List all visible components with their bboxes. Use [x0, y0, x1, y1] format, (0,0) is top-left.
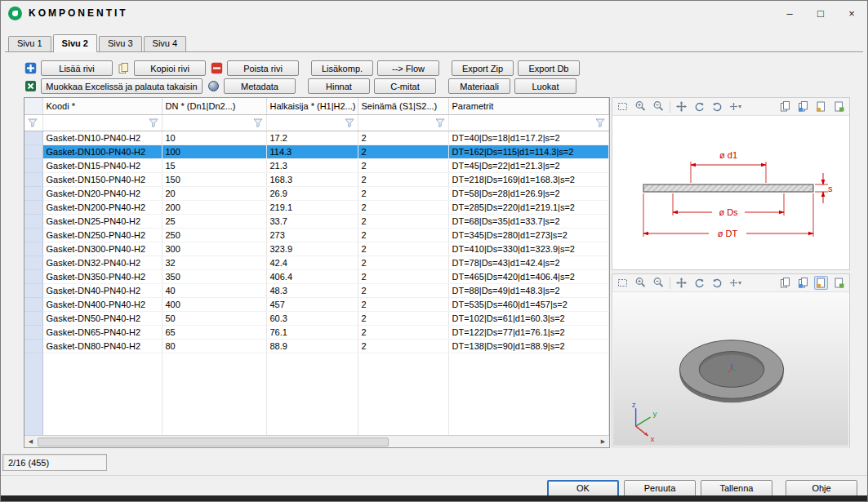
filter-cell-koodi[interactable]: [42, 114, 162, 131]
table-row[interactable]: Gasket-DN25-PN40-H22533.72DT=68|Ds=35|d1…: [24, 214, 608, 228]
grid-cell[interactable]: Gasket-DN150-PN40-H2: [42, 172, 162, 186]
grid-cell[interactable]: 76.1: [266, 325, 358, 339]
grid-cell[interactable]: Gasket-DN20-PN40-H2: [42, 186, 162, 200]
material-button[interactable]: Materiaali: [448, 78, 510, 94]
grid-cell[interactable]: 32: [162, 255, 266, 269]
grid-cell[interactable]: Gasket-DN400-PN40-H2: [42, 297, 162, 311]
filter-icon[interactable]: [435, 118, 445, 129]
column-header-koodi[interactable]: Koodi *: [42, 98, 162, 114]
maximize-button[interactable]: □: [805, 1, 836, 25]
table-row[interactable]: Gasket-DN350-PN40-H2350406.42DT=465|Ds=4…: [24, 269, 608, 283]
grid-cell[interactable]: Gasket-DN65-PN40-H2: [42, 325, 162, 339]
filter-cell-parametrit[interactable]: [448, 114, 608, 131]
grid-cell[interactable]: 400: [162, 297, 266, 311]
grid-cell[interactable]: 2: [358, 158, 448, 172]
copy-all-icon[interactable]: [796, 276, 810, 290]
filter-icon[interactable]: [149, 118, 158, 129]
column-header-dn[interactable]: DN * (Dn1|Dn2...): [162, 98, 266, 114]
grid-cell[interactable]: 250: [162, 228, 266, 242]
row-selector[interactable]: [24, 131, 42, 144]
select-icon[interactable]: [616, 100, 630, 113]
row-selector[interactable]: [24, 228, 42, 242]
extra-component-button[interactable]: Lisäkomp.: [311, 60, 373, 76]
grid-cell[interactable]: 60.3: [266, 311, 358, 325]
table-row[interactable]: Gasket-DN50-PN40-H25060.32DT=102|Ds=61|d…: [24, 311, 608, 325]
grid-cell[interactable]: 2: [358, 242, 448, 255]
grid-cell[interactable]: DT=285|Ds=220|d1=219.1|s=2: [448, 200, 608, 214]
grid-cell[interactable]: 2: [358, 214, 448, 228]
grid-cell[interactable]: Gasket-DN10-PN40-H2: [42, 131, 162, 144]
categories-button[interactable]: Luokat: [514, 78, 576, 94]
grid-cell[interactable]: 2: [358, 269, 448, 283]
minimize-button[interactable]: –: [774, 1, 805, 25]
grid-cell[interactable]: DT=410|Ds=330|d1=323.9|s=2: [448, 242, 608, 255]
move-dropdown-icon[interactable]: ▾: [728, 100, 742, 113]
metadata-button[interactable]: Metadata: [224, 78, 296, 94]
row-selector[interactable]: [24, 200, 42, 214]
export-db-button[interactable]: Export Db: [518, 60, 580, 76]
grid-cell[interactable]: 48.3: [266, 283, 358, 297]
row-selector[interactable]: [24, 255, 42, 269]
grid-cell[interactable]: Gasket-DN32-PN40-H2: [42, 255, 162, 269]
column-header-parametrit[interactable]: Parametrit: [448, 98, 608, 114]
copy-icon[interactable]: [117, 62, 130, 75]
grid-cell[interactable]: Gasket-DN250-PN40-H2: [42, 228, 162, 242]
pan-icon[interactable]: [674, 100, 688, 113]
scroll-left-icon[interactable]: ◀: [24, 438, 37, 445]
grid-cell[interactable]: DT=218|Ds=169|d1=168.3|s=2: [448, 172, 608, 186]
table-row[interactable]: Gasket-DN10-PN40-H21017.22DT=40|Ds=18|d1…: [24, 131, 608, 144]
select-icon[interactable]: [616, 276, 630, 290]
row-selector[interactable]: [24, 269, 42, 283]
filter-cell-dn[interactable]: [162, 114, 266, 131]
copy-view-icon[interactable]: [778, 276, 792, 290]
grid-cell[interactable]: 2: [358, 339, 448, 353]
grid-cell[interactable]: 406.4: [266, 269, 358, 283]
close-button[interactable]: ×: [836, 1, 867, 25]
excel-icon[interactable]: [24, 80, 37, 93]
grid-cell[interactable]: DT=122|Ds=77|d1=76.1|s=2: [448, 325, 608, 339]
grid-cell[interactable]: DT=45|Ds=22|d1=21.3|s=2: [448, 158, 608, 172]
filter-icon[interactable]: [28, 118, 38, 129]
grid-cell[interactable]: 219.1: [266, 200, 358, 214]
grid-cell[interactable]: Gasket-DN50-PN40-H2: [42, 311, 162, 325]
grid-cell[interactable]: Gasket-DN100-PN40-H2: [42, 144, 162, 158]
grid-cell[interactable]: 42.4: [266, 255, 358, 269]
table-row[interactable]: Gasket-DN100-PN40-H2100114.32DT=162|Ds=1…: [24, 144, 608, 158]
column-header-halkaisija[interactable]: Halkaisija * (H1|H2...): [266, 98, 358, 114]
table-row[interactable]: Gasket-DN250-PN40-H22502732DT=345|Ds=280…: [24, 228, 608, 242]
grid-cell[interactable]: 300: [162, 242, 266, 255]
gasket-2d-drawing[interactable]: ø d1 s ø Ds ø DT: [612, 116, 849, 269]
grid-cell[interactable]: 65: [162, 325, 266, 339]
metadata-icon[interactable]: [207, 80, 220, 93]
grid-cell[interactable]: Gasket-DN15-PN40-H2: [42, 158, 162, 172]
grid-cell[interactable]: 88.9: [266, 339, 358, 353]
table-row[interactable]: Gasket-DN200-PN40-H2200219.12DT=285|Ds=2…: [24, 200, 608, 214]
grid-cell[interactable]: 2: [358, 131, 448, 144]
grid-cell[interactable]: 25: [162, 214, 266, 228]
cancel-button[interactable]: Peruuta: [624, 480, 696, 497]
grid-cell[interactable]: Gasket-DN25-PN40-H2: [42, 214, 162, 228]
table-row[interactable]: Gasket-DN15-PN40-H21521.32DT=45|Ds=22|d1…: [24, 158, 608, 172]
export-all-icon[interactable]: [832, 100, 846, 113]
grid-cell[interactable]: 20: [162, 186, 266, 200]
grid-cell[interactable]: DT=465|Ds=420|d1=406.4|s=2: [448, 269, 608, 283]
grid-cell[interactable]: 40: [162, 283, 266, 297]
table-row[interactable]: Gasket-DN65-PN40-H26576.12DT=122|Ds=77|d…: [24, 325, 608, 339]
scroll-thumb[interactable]: [38, 438, 389, 446]
grid-cell[interactable]: 168.3: [266, 172, 358, 186]
grid-cell[interactable]: 350: [162, 269, 266, 283]
zoom-out-icon[interactable]: [652, 100, 665, 113]
add-icon[interactable]: [24, 62, 37, 75]
help-button[interactable]: Ohje: [786, 480, 857, 497]
zoom-out-icon[interactable]: [652, 276, 665, 290]
rotate-left-icon[interactable]: [692, 276, 706, 290]
grid-cell[interactable]: DT=345|Ds=280|d1=273|s=2: [448, 228, 608, 242]
filter-icon[interactable]: [595, 118, 605, 129]
grid-cell[interactable]: 2: [358, 255, 448, 269]
grid-cell[interactable]: Gasket-DN300-PN40-H2: [42, 242, 162, 255]
grid-cell[interactable]: 17.2: [266, 131, 358, 144]
row-selector[interactable]: [24, 339, 42, 353]
grid-cell[interactable]: 273: [266, 228, 358, 242]
tab-sivu-1[interactable]: Sivu 1: [8, 36, 51, 51]
export-view-icon[interactable]: [814, 276, 828, 290]
